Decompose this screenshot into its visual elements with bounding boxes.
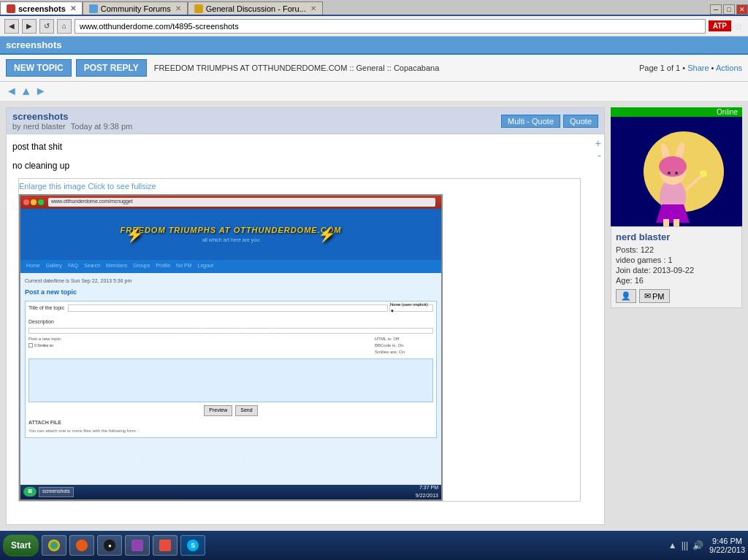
- enlarge-text[interactable]: Enlarge this image Click to see fullsize: [19, 179, 580, 194]
- plus-button[interactable]: +: [595, 137, 601, 150]
- tab-screenshots[interactable]: screenshots ✕: [0, 1, 83, 15]
- fake-nav-groups: Groups: [133, 262, 150, 270]
- age-detail: Age: 16: [616, 276, 737, 285]
- arrow-up[interactable]: ▲: [20, 85, 32, 98]
- online-badge: Online: [611, 107, 742, 117]
- reload-button[interactable]: ↺: [39, 19, 54, 34]
- minus-button[interactable]: -: [598, 150, 601, 162]
- taskbar-app-firefox[interactable]: [69, 535, 94, 556]
- taskbar-app-5[interactable]: [153, 535, 178, 556]
- fake-forum-body: ⚡ ⚡ FREEDOM TRIUMPHS AT OTTHUNDERDOME.CO…: [20, 209, 441, 485]
- start-button[interactable]: Start: [3, 534, 39, 556]
- firefox-icon: [76, 540, 88, 551]
- forum-header: screenshots: [0, 37, 748, 55]
- tab-label-general: General Discussion - Foru...: [206, 4, 306, 13]
- window-controls: ─ □ ✕: [710, 4, 748, 15]
- post-title: screenshots: [12, 111, 132, 122]
- profile-button[interactable]: 👤: [616, 289, 636, 303]
- post-reply-button[interactable]: POST REPLY: [76, 59, 147, 77]
- game-label: video games :: [616, 256, 665, 264]
- fake-nav-gallery: Gallery: [46, 262, 62, 270]
- quote-button[interactable]: Quote: [563, 115, 598, 128]
- share-link[interactable]: Share: [687, 64, 709, 72]
- minimize-button[interactable]: ─: [710, 4, 722, 15]
- avatar-image: [611, 117, 742, 226]
- skype-icon: S: [187, 540, 199, 551]
- close-button[interactable]: ✕: [736, 4, 748, 15]
- fake-desc-field: Description: [28, 314, 433, 334]
- user-actions: 👤 ✉ PM: [616, 289, 737, 303]
- fake-title-input: [68, 304, 388, 312]
- pm-button[interactable]: ✉ PM: [639, 289, 670, 303]
- maximize-button[interactable]: □: [723, 4, 735, 15]
- taskbar-app-media[interactable]: ●: [97, 535, 122, 556]
- home-button[interactable]: ⌂: [57, 19, 72, 34]
- fake-post-form: Title of the topic None (user implicit) …: [25, 301, 437, 439]
- fake-desc-input: [28, 328, 433, 334]
- fake-attach-label: ATTACH FILE: [28, 419, 433, 427]
- address-input[interactable]: [75, 19, 706, 34]
- post-author: nerd blaster: [23, 122, 66, 131]
- actions-link[interactable]: Actions: [716, 64, 742, 72]
- username: nerd blaster: [616, 231, 737, 242]
- nav-arrows: ◄ ▲ ►: [0, 82, 748, 101]
- fake-browser: www.otthunderdome.com/mcnugget ⚡ ⚡: [20, 196, 441, 499]
- volume-icon[interactable]: 🔊: [692, 540, 703, 551]
- forum-toolbar: NEW TOPIC POST REPLY FREEDOM TRIUMPHS AT…: [0, 55, 748, 82]
- fake-tagline: all which art here are you: [121, 237, 342, 245]
- page-text: Page 1 of 1: [639, 64, 680, 72]
- new-topic-button[interactable]: NEW TOPIC: [6, 59, 72, 77]
- fake-taskbar-app: screenshots: [39, 487, 74, 497]
- tab-close-community[interactable]: ✕: [175, 4, 181, 12]
- post-rating: + -: [592, 134, 604, 513]
- star-icon[interactable]: ☆: [734, 20, 744, 32]
- tab-favicon-community: [89, 4, 98, 13]
- tab-favicon-general: [194, 4, 203, 13]
- multiquote-button[interactable]: Multi - Quote: [501, 115, 560, 128]
- forward-button[interactable]: ▶: [22, 19, 37, 34]
- game-value: 1: [668, 256, 673, 264]
- screenshot-image[interactable]: www.otthunderdome.com/mcnugget ⚡ ⚡: [19, 194, 443, 501]
- arrow-right[interactable]: ►: [35, 85, 47, 98]
- user-sidebar: Online: [611, 107, 742, 525]
- taskbar-app-4[interactable]: [125, 535, 150, 556]
- breadcrumb: FREEDOM TRIUMPHS AT OTTHUNDERDOME.COM ::…: [154, 64, 639, 72]
- fake-textarea: [28, 358, 433, 402]
- taskbar-app-skype[interactable]: S: [180, 535, 205, 556]
- game-detail: video games : 1: [616, 256, 737, 264]
- age-label: Age:: [616, 276, 633, 285]
- pm-icon: ✉: [644, 291, 651, 301]
- fake-preview-btn: Preview: [204, 405, 232, 416]
- fake-nav-logout: Logout: [197, 262, 213, 270]
- tab-favicon-screenshots: [7, 4, 15, 13]
- app4-icon: [131, 540, 143, 551]
- fake-cb1: [28, 343, 33, 348]
- browser-window: screenshots ✕ Community Forums ✕ General…: [0, 0, 748, 560]
- address-bar: ◀ ▶ ↺ ⌂ ATP ☆: [0, 16, 748, 37]
- tab-close-screenshots[interactable]: ✕: [70, 4, 76, 12]
- fake-form-title: Post a new topic: [25, 288, 437, 298]
- fake-options-left: Post a new topic: 0 Smiles on: [28, 336, 369, 356]
- tab-general-discussion[interactable]: General Discussion - Foru... ✕: [188, 1, 323, 15]
- tray-arrow[interactable]: ▲: [668, 540, 677, 551]
- post-timestamp: Today at 9:38 pm: [71, 122, 132, 131]
- fake-content: Current date/time is Sun Sep 22, 2013 5:…: [20, 273, 441, 443]
- taskbar-app-chrome[interactable]: [42, 535, 66, 556]
- svg-rect-11: [673, 219, 679, 226]
- tab-label-community: Community Forums: [101, 4, 171, 13]
- fake-title-label: Title of the topic: [28, 304, 65, 312]
- protect-text: Protect more of yo... mem...: [20, 449, 441, 471]
- fake-datetime: Current date/time is Sun Sep 22, 2013 5:…: [25, 277, 437, 285]
- tab-community-forums[interactable]: Community Forums ✕: [83, 1, 188, 15]
- atp-button[interactable]: ATP: [709, 20, 731, 31]
- fake-taskbar-time: 7:37 PM9/22/2013: [416, 484, 438, 499]
- tab-close-general[interactable]: ✕: [310, 4, 316, 12]
- time-display: 9:46 PM: [709, 537, 745, 545]
- fake-taskbar: ⊞ screenshots 7:37 PM9/22/2013: [20, 485, 441, 499]
- post-line1: post that shit: [12, 140, 587, 153]
- fake-nav-profile: Profile: [156, 262, 170, 270]
- join-date: 2013-09-22: [653, 266, 694, 275]
- arrow-left[interactable]: ◄: [6, 85, 18, 98]
- back-button[interactable]: ◀: [4, 19, 19, 34]
- fake-desc-label: Description: [28, 319, 54, 324]
